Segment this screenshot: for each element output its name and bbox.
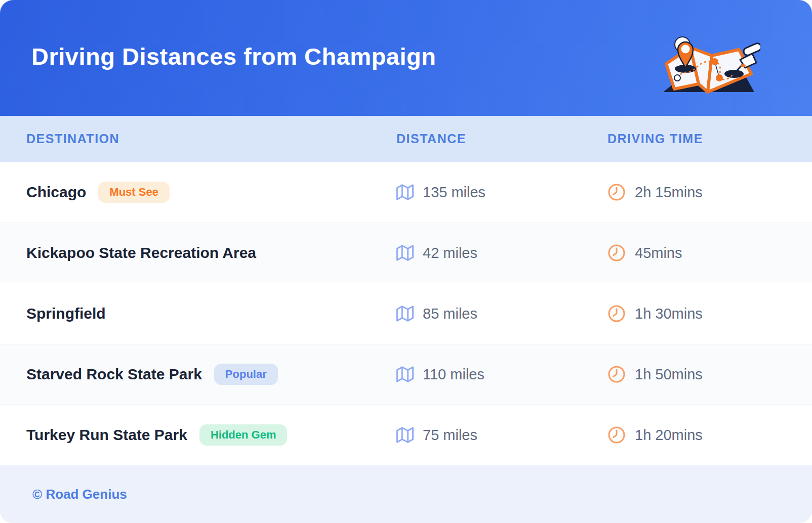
distance-value: 42 miles bbox=[423, 245, 477, 262]
column-header-distance: DISTANCE bbox=[396, 132, 607, 146]
map-route-illustration bbox=[659, 21, 760, 98]
table-row: Starved Rock State Park Popular 110 mile… bbox=[0, 344, 812, 405]
credit-text: © Road Genius bbox=[32, 487, 127, 502]
table-header-row: DESTINATION DISTANCE DRIVING TIME bbox=[0, 116, 812, 162]
table-row: Turkey Run State Park Hidden Gem 75 mile… bbox=[0, 405, 812, 465]
table-row: Kickapoo State Recreation Area 42 miles … bbox=[0, 223, 812, 283]
clock-icon bbox=[607, 365, 626, 383]
distance-value: 110 miles bbox=[423, 366, 484, 383]
status-badge: Must See bbox=[98, 182, 170, 203]
footer-credit-bar: © Road Genius bbox=[0, 465, 812, 523]
column-header-driving-time: DRIVING TIME bbox=[607, 132, 812, 146]
driving-time-value: 1h 50mins bbox=[635, 366, 703, 383]
distance-value: 85 miles bbox=[423, 306, 477, 322]
map-icon bbox=[396, 366, 414, 383]
destination-name: Turkey Run State Park bbox=[26, 426, 187, 444]
table-row: Springfield 85 miles 1h 30mins bbox=[0, 283, 812, 344]
clock-icon bbox=[607, 183, 626, 201]
distance-value: 75 miles bbox=[423, 427, 477, 444]
map-icon bbox=[396, 184, 414, 201]
map-icon bbox=[396, 305, 414, 322]
clock-icon bbox=[607, 244, 626, 262]
destination-name: Starved Rock State Park bbox=[26, 366, 202, 383]
driving-time-value: 2h 15mins bbox=[635, 184, 703, 201]
driving-distances-card: Driving Distances from Champaign bbox=[0, 0, 812, 523]
status-badge: Popular bbox=[214, 364, 278, 385]
distance-value: 135 miles bbox=[423, 184, 485, 201]
map-icon bbox=[396, 244, 414, 262]
status-badge: Hidden Gem bbox=[199, 424, 288, 446]
destination-name: Kickapoo State Recreation Area bbox=[26, 244, 256, 262]
destination-name: Chicago bbox=[26, 184, 86, 201]
page-title: Driving Distances from Champaign bbox=[31, 42, 436, 70]
driving-time-value: 45mins bbox=[635, 245, 682, 262]
clock-icon bbox=[607, 304, 626, 323]
hero-header: Driving Distances from Champaign bbox=[0, 0, 812, 116]
driving-time-value: 1h 30mins bbox=[635, 306, 703, 322]
driving-time-value: 1h 20mins bbox=[635, 427, 703, 444]
column-header-destination: DESTINATION bbox=[26, 132, 396, 146]
clock-icon bbox=[607, 426, 626, 444]
map-icon bbox=[396, 426, 414, 444]
table-row: Chicago Must See 135 miles 2h 15mins bbox=[0, 162, 812, 223]
destination-name: Springfield bbox=[26, 305, 106, 322]
